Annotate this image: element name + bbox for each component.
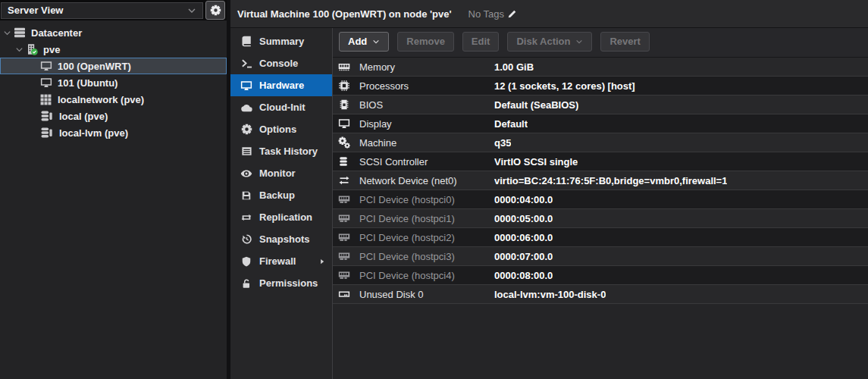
tree-item-vm-101[interactable]: 101 (Ubuntu) — [0, 74, 227, 91]
disk-action-button[interactable]: Disk Action — [507, 32, 592, 52]
menu-item-label: Hardware — [259, 80, 304, 91]
menu-item-label: Firewall — [259, 255, 296, 267]
hw-row-network-device[interactable]: Network Device (net0) virtio=BC:24:11:76… — [333, 171, 868, 190]
cloud-icon — [240, 102, 252, 114]
hw-row-label: PCI Device (hostpci2) — [359, 232, 494, 243]
pci-icon — [338, 212, 351, 224]
menu-item-monitor[interactable]: Monitor — [230, 162, 332, 184]
tree-toolbar: Server View — [0, 0, 227, 20]
eye-icon — [240, 168, 252, 180]
hw-row-pci-hostpci3[interactable]: PCI Device (hostpci3) 0000:07:00.0 — [333, 247, 868, 266]
hw-row-label: BIOS — [359, 99, 494, 111]
tree-item-local-lvm-storage[interactable]: local-lvm (pve) — [0, 124, 227, 141]
disk-action-button-label: Disk Action — [516, 36, 570, 47]
bios-icon — [338, 99, 351, 111]
menu-item-permissions[interactable]: Permissions — [230, 272, 332, 294]
unlock-icon — [240, 278, 252, 289]
menu-item-console[interactable]: Console — [230, 52, 332, 74]
menu-item-options[interactable]: Options — [230, 118, 332, 140]
revert-button[interactable]: Revert — [600, 32, 649, 52]
hw-row-value: 0000:06:00.0 — [494, 232, 553, 243]
hw-row-label: PCI Device (hostpci1) — [359, 213, 494, 224]
menu-item-cloud-init[interactable]: Cloud-Init — [230, 96, 332, 118]
hw-row-value: virtio=BC:24:11:76:5F:B0,bridge=vmbr0,fi… — [494, 175, 727, 186]
hw-row-label: Machine — [359, 137, 494, 149]
storage-icon — [40, 127, 55, 139]
hw-row-machine[interactable]: Machine q35 — [333, 133, 868, 152]
tags-label: No Tags — [468, 8, 504, 20]
hw-row-pci-hostpci0[interactable]: PCI Device (hostpci0) 0000:04:00.0 — [333, 190, 868, 209]
tree-item-pve[interactable]: pve — [0, 41, 227, 58]
expander-chevron-icon[interactable] — [15, 45, 26, 54]
chevron-down-icon — [575, 38, 583, 45]
tree-item-localnetwork[interactable]: localnetwork (pve) — [0, 91, 227, 108]
hw-row-unused-disk[interactable]: Unused Disk 0 local-lvm:vm-100-disk-0 — [333, 285, 868, 304]
remove-button[interactable]: Remove — [397, 32, 454, 52]
terminal-icon — [240, 58, 252, 69]
network-grid-icon — [40, 94, 53, 105]
expander-chevron-icon[interactable] — [3, 29, 14, 37]
vm-menu-panel: Summary Console Hardware Cloud-Init Opti… — [230, 28, 332, 379]
menu-item-firewall[interactable]: Firewall — [230, 250, 332, 272]
menu-item-task-history[interactable]: Task History — [230, 140, 332, 162]
menu-item-hardware[interactable]: Hardware — [230, 74, 332, 96]
add-button[interactable]: Add — [339, 32, 389, 52]
tags-edit[interactable]: No Tags — [468, 8, 518, 20]
menu-item-label: Console — [259, 58, 298, 69]
menu-item-backup[interactable]: Backup — [230, 184, 332, 206]
tree-item-datacenter[interactable]: Datacenter — [0, 24, 227, 41]
menu-item-label: Replication — [259, 211, 312, 223]
menu-item-label: Monitor — [259, 168, 296, 179]
tree-item-vm-100[interactable]: 100 (OpenWRT) — [0, 58, 227, 74]
hw-row-label: PCI Device (hostpci3) — [359, 251, 494, 262]
resource-tree-panel: Server View Datacenter pve 100 (OpenWRT)… — [0, 0, 227, 379]
hw-row-bios[interactable]: BIOS Default (SeaBIOS) — [333, 96, 868, 114]
display-icon — [240, 80, 252, 92]
hw-row-label: Memory — [359, 61, 494, 73]
hw-row-pci-hostpci1[interactable]: PCI Device (hostpci1) 0000:05:00.0 — [333, 209, 868, 228]
menu-item-summary[interactable]: Summary — [230, 30, 332, 52]
revert-button-label: Revert — [609, 36, 640, 47]
hw-row-value: 1.00 GiB — [494, 61, 534, 73]
edit-button[interactable]: Edit — [462, 32, 500, 52]
page-title: Virtual Machine 100 (OpenWRT) on node 'p… — [237, 8, 452, 20]
view-selector-combobox[interactable]: Server View — [1, 2, 203, 19]
menu-item-snapshots[interactable]: Snapshots — [230, 228, 332, 250]
hw-row-value: 0000:05:00.0 — [494, 213, 553, 224]
tree-item-label: 101 (Ubuntu) — [58, 77, 118, 89]
menu-item-label: Summary — [259, 36, 304, 47]
display-icon — [338, 117, 351, 130]
pci-icon — [338, 269, 351, 281]
menu-item-replication[interactable]: Replication — [230, 206, 332, 228]
tree-item-label: pve — [43, 44, 60, 55]
memory-icon — [338, 61, 351, 73]
hw-row-processors[interactable]: Processors 12 (1 sockets, 12 cores) [hos… — [333, 77, 868, 96]
hw-row-display[interactable]: Display Default — [333, 114, 868, 133]
edit-button-label: Edit — [472, 36, 490, 47]
tree-settings-button[interactable] — [205, 1, 225, 20]
hw-row-value: VirtIO SCSI single — [494, 156, 578, 168]
chevron-down-icon — [372, 38, 380, 45]
hw-row-scsi-controller[interactable]: SCSI Controller VirtIO SCSI single — [333, 152, 868, 171]
shield-icon — [240, 256, 252, 267]
server-icon — [14, 27, 27, 39]
pci-icon — [338, 231, 351, 243]
hw-row-value: 0000:07:00.0 — [494, 251, 553, 262]
hdd-icon — [338, 288, 351, 300]
vm-icon — [40, 60, 53, 72]
tree-item-label: local-lvm (pve) — [59, 127, 128, 139]
hw-row-memory[interactable]: Memory 1.00 GiB — [333, 58, 868, 77]
tree-item-label: Datacenter — [31, 27, 82, 39]
hw-row-label: Display — [359, 118, 494, 130]
hw-row-value: 0000:08:00.0 — [494, 270, 553, 281]
retweet-icon — [240, 211, 252, 224]
hw-row-pci-hostpci4[interactable]: PCI Device (hostpci4) 0000:08:00.0 — [333, 266, 868, 285]
cogs-icon — [338, 136, 351, 149]
hw-row-pci-hostpci2[interactable]: PCI Device (hostpci2) 0000:06:00.0 — [333, 228, 868, 247]
add-button-label: Add — [348, 36, 367, 47]
menu-item-label: Snapshots — [259, 233, 309, 245]
hw-row-label: PCI Device (hostpci4) — [359, 270, 494, 281]
tree-item-local-storage[interactable]: local (pve) — [0, 108, 227, 124]
pencil-icon — [507, 8, 518, 19]
menu-item-label: Task History — [259, 146, 318, 157]
